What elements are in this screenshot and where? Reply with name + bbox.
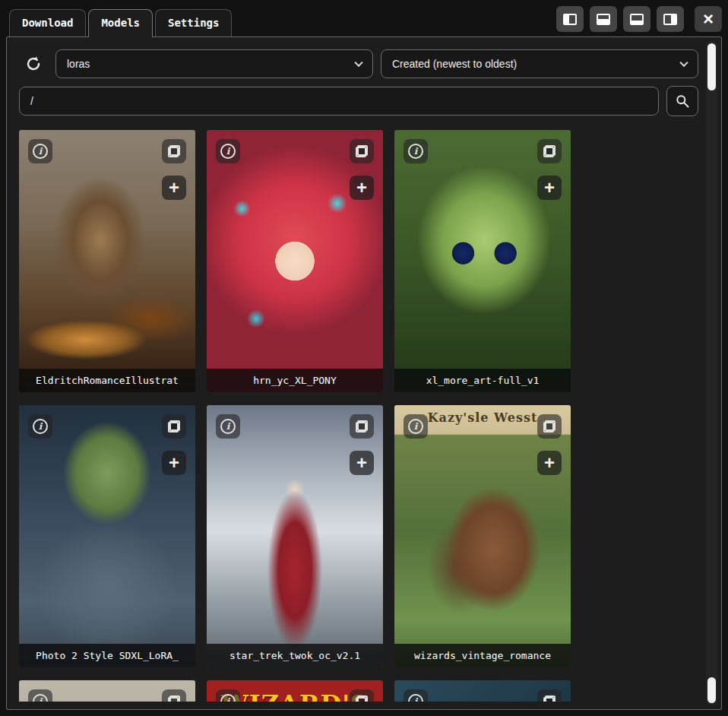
chevron-down-icon [354,59,362,67]
search-icon [675,93,690,109]
model-name: hrn_yc_XL_PONY [207,369,383,392]
models-panel: loras Created (newest to oldest) [6,36,722,710]
scrollbar-track[interactable] [706,41,717,705]
model-card[interactable]: i + [394,680,571,702]
refresh-icon [24,55,43,73]
layout-right-icon [663,14,677,25]
model-card[interactable]: Kazy'sle Wesst i + wizards_vintage_roman… [394,405,571,667]
info-icon: i [408,419,423,434]
add-button[interactable]: + [350,176,374,200]
copy-icon [543,420,555,432]
info-icon: i [33,144,48,159]
info-icon: i [33,694,48,702]
tab-download[interactable]: Download [9,9,86,36]
copy-icon [543,695,555,702]
copy-button[interactable] [162,414,186,439]
card-actions: + [537,689,562,702]
model-card[interactable]: i + EldritchRomanceIllustrat [19,130,195,392]
model-card[interactable]: i + xl_more_art-full_v1 [394,130,571,392]
sort-order-select[interactable]: Created (newest to oldest) [381,49,698,78]
model-name: wizards_vintage_romance [394,644,571,667]
chevron-down-icon [679,59,688,67]
copy-button[interactable] [537,139,562,163]
add-button[interactable]: + [162,451,186,475]
copy-button[interactable] [162,139,186,163]
card-actions: + [350,414,374,475]
search-input[interactable] [19,87,659,116]
models-toolbar: loras Created (newest to oldest) [19,49,698,78]
card-actions: + [537,414,562,475]
copy-icon [543,145,555,157]
model-name: xl_more_art-full_v1 [394,369,571,392]
card-actions: + [162,689,186,702]
tab-models[interactable]: Models [88,9,153,37]
model-name: EldritchRomanceIllustrat [19,369,195,392]
copy-icon [356,695,368,702]
add-button[interactable]: + [350,451,374,475]
card-actions: + [162,139,186,200]
copy-button[interactable] [350,139,374,163]
model-grid: i + EldritchRomanceIllustrat i [19,130,698,702]
layout-split-bottom-button[interactable] [590,6,617,32]
copy-button[interactable] [162,689,186,702]
refresh-button[interactable] [19,49,48,78]
layout-split-bottom-small-button[interactable] [623,6,650,32]
info-button[interactable]: i [28,139,52,163]
model-card[interactable]: i + [19,680,195,702]
search-button[interactable] [666,86,698,116]
window-controls: × [556,6,722,36]
layout-bottom-small-icon [630,14,644,25]
copy-icon [356,420,368,432]
tab-settings[interactable]: Settings [155,9,232,36]
copy-icon [356,145,368,157]
info-icon: i [408,694,423,702]
model-name: star_trek_twok_oc_v2.1 [207,644,383,667]
model-card[interactable]: i + hrn_yc_XL_PONY [207,130,383,392]
copy-icon [168,695,180,702]
copy-button[interactable] [350,414,374,439]
close-button[interactable]: × [695,6,722,32]
info-icon: i [220,419,236,434]
info-button[interactable]: i [404,139,428,163]
layout-bottom-icon [597,14,610,25]
model-type-select[interactable]: loras [55,49,373,78]
info-button[interactable]: i [28,414,52,439]
model-type-value: loras [67,58,90,70]
scrollbar-bottom-thumb[interactable] [707,677,716,703]
scrollbar-thumb[interactable] [707,43,716,90]
add-button[interactable]: + [537,176,562,200]
copy-button[interactable] [350,689,374,702]
info-button[interactable]: i [404,414,428,439]
search-row [19,86,698,116]
card-actions: + [162,414,186,475]
info-icon: i [408,144,423,159]
info-icon: i [33,419,48,434]
add-button[interactable]: + [162,176,186,200]
copy-icon [168,145,180,157]
copy-button[interactable] [537,414,562,439]
add-button[interactable]: + [537,451,562,475]
layout-split-right-button[interactable] [657,6,684,32]
tab-bar: Download Models Settings × [6,6,722,36]
copy-button[interactable] [537,689,562,702]
model-name: Photo 2 Style SDXL_LoRA_ [19,644,195,667]
info-icon: i [220,694,236,702]
info-button[interactable]: i [216,139,240,163]
copy-icon [168,420,180,432]
info-button[interactable]: i [216,689,240,702]
model-card[interactable]: WIZARD'S i + [207,680,383,702]
app-window: Download Models Settings × [0,0,728,716]
model-card[interactable]: i + star_trek_twok_oc_v2.1 [207,405,383,667]
layout-split-left-button[interactable] [556,6,584,32]
model-card[interactable]: i + Photo 2 Style SDXL_LoRA_ [19,405,195,667]
info-button[interactable]: i [216,414,240,439]
info-button[interactable]: i [404,689,428,702]
info-icon: i [220,144,236,159]
layout-left-icon [563,14,577,25]
card-actions: + [350,689,374,702]
card-actions: + [350,139,374,200]
card-actions: + [537,139,562,200]
info-button[interactable]: i [28,689,52,702]
sort-order-value: Created (newest to oldest) [392,58,517,70]
